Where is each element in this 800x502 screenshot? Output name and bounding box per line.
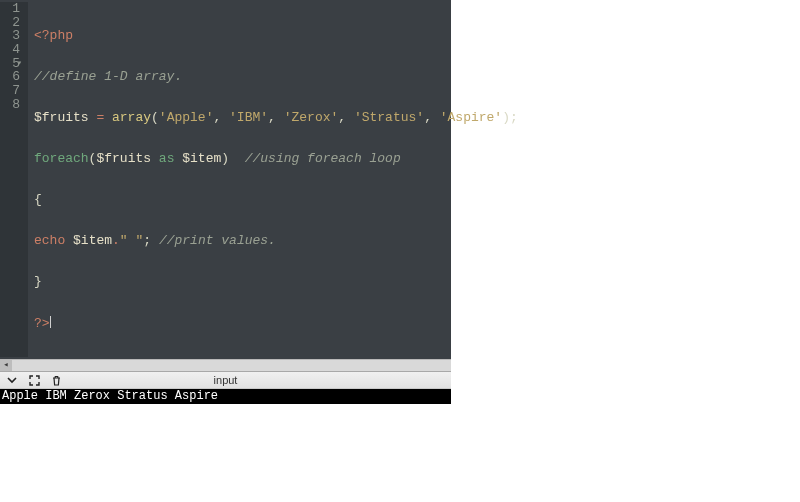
code-operator: . <box>112 233 120 248</box>
code-string: " " <box>120 233 143 248</box>
line-number: 1 <box>6 2 20 16</box>
code-string: 'Stratus' <box>354 110 424 125</box>
code-content[interactable]: <?php //define 1-D array. $fruits = arra… <box>28 2 518 357</box>
code-punc: ); <box>502 110 518 125</box>
code-punc: , <box>268 110 284 125</box>
php-open-tag: <?php <box>34 28 73 43</box>
code-string: 'Aspire' <box>440 110 502 125</box>
line-number: 8 <box>6 98 20 112</box>
code-variable: $fruits <box>34 110 89 125</box>
code-punc: , <box>213 110 229 125</box>
line-number-gutter: 1 2 3 4 5 6 7 8 <box>0 2 28 357</box>
io-toolbar: input <box>0 372 451 389</box>
code-brace: { <box>34 192 42 207</box>
code-keyword: as <box>151 151 182 166</box>
text-cursor <box>50 316 51 328</box>
code-string: 'IBM' <box>229 110 268 125</box>
editor-panel: 1 2 3 4 5 6 7 8 <?php //define 1-D array… <box>0 0 451 404</box>
code-variable: $fruits <box>96 151 151 166</box>
scroll-left-icon[interactable]: ◂ <box>0 360 12 371</box>
line-number: 6 <box>6 70 20 84</box>
code-punc: , <box>338 110 354 125</box>
expand-icon[interactable] <box>28 374 40 386</box>
input-label: input <box>214 374 238 386</box>
php-close-tag: ?> <box>34 316 50 331</box>
code-variable: $item <box>182 151 221 166</box>
line-number[interactable]: 5 <box>6 57 20 71</box>
code-comment: //using foreach loop <box>245 151 401 166</box>
code-operator: = <box>89 110 112 125</box>
code-punc: ) <box>221 151 244 166</box>
code-keyword: foreach <box>34 151 89 166</box>
code-variable: $item <box>73 233 112 248</box>
code-comment: //print values. <box>159 233 276 248</box>
code-punc: ; <box>143 233 159 248</box>
code-function: array <box>112 110 151 125</box>
code-editor[interactable]: 1 2 3 4 5 6 7 8 <?php //define 1-D array… <box>0 0 451 359</box>
horizontal-scrollbar[interactable]: ◂ <box>0 359 451 372</box>
program-output: Apple IBM Zerox Stratus Aspire <box>0 389 451 404</box>
line-number: 3 <box>6 29 20 43</box>
line-number: 2 <box>6 16 20 30</box>
code-keyword: echo <box>34 233 65 248</box>
line-number: 4 <box>6 43 20 57</box>
scrollbar-track[interactable] <box>12 360 451 371</box>
code-comment: //define 1-D array. <box>34 69 182 84</box>
code-string: 'Zerox' <box>284 110 339 125</box>
code-brace: } <box>34 274 42 289</box>
chevron-down-icon[interactable] <box>6 374 18 386</box>
trash-icon[interactable] <box>50 374 62 386</box>
code-punc: ( <box>151 110 159 125</box>
code-punc: , <box>424 110 440 125</box>
code-string: 'Apple' <box>159 110 214 125</box>
line-number: 7 <box>6 84 20 98</box>
code-space <box>65 233 73 248</box>
